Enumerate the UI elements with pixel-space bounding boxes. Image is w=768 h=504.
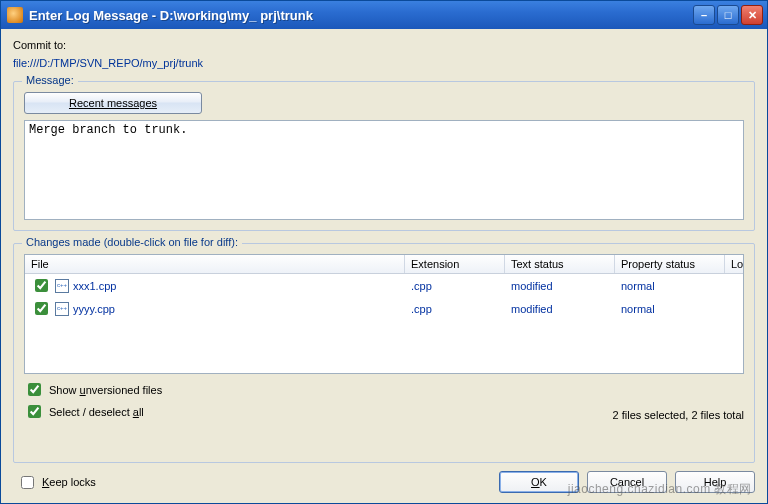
file-row-checkbox[interactable] [35,279,48,292]
cancel-button[interactable]: Cancel [587,471,667,493]
changes-group: Changes made (double-click on file for d… [13,243,755,463]
changes-legend: Changes made (double-click on file for d… [22,236,242,248]
select-all-checkbox[interactable] [28,405,41,418]
changes-checks: Show unversioned files Select / deselect… [24,380,162,421]
col-file[interactable]: File [25,255,405,273]
file-name: yyyy.cpp [73,303,115,315]
file-text-status: modified [505,297,615,320]
selection-summary: 2 files selected, 2 files total [613,409,744,421]
col-extension[interactable]: Extension [405,255,505,273]
cpp-file-icon [55,302,69,316]
changes-footer: Show unversioned files Select / deselect… [24,380,744,421]
col-text-status[interactable]: Text status [505,255,615,273]
ok-button[interactable]: OK [499,471,579,493]
file-lock [725,297,743,320]
file-ext: .cpp [405,274,505,297]
file-list-body: xxx1.cpp.cppmodifiednormalyyyy.cpp.cppmo… [25,274,743,373]
commit-to-label: Commit to: [13,39,755,51]
file-text-status: modified [505,274,615,297]
show-unversioned-label[interactable]: Show unversioned files [49,384,162,396]
table-row[interactable]: xxx1.cpp.cppmodifiednormal [25,274,743,297]
file-lock [725,274,743,297]
file-name: xxx1.cpp [73,280,116,292]
file-list[interactable]: File Extension Text status Property stat… [24,254,744,374]
recent-messages-button[interactable]: Recent messages [24,92,202,114]
recent-suf: cent messages [83,97,157,109]
minimize-button[interactable]: – [693,5,715,25]
message-group: Message: Recent messages [13,81,755,231]
keep-locks-label[interactable]: Keep locks [42,476,96,488]
col-property-status[interactable]: Property status [615,255,725,273]
commit-url: file:///D:/TMP/SVN_REPO/my_prj/trunk [13,57,755,69]
file-ext: .cpp [405,297,505,320]
file-prop-status: normal [615,297,725,320]
app-icon [7,7,23,23]
title-bar[interactable]: Enter Log Message - D:\working\my_ prj\t… [1,1,767,29]
help-button[interactable]: Help [675,471,755,493]
file-row-checkbox[interactable] [35,302,48,315]
select-all-label[interactable]: Select / deselect all [49,406,144,418]
recent-r: R [69,97,77,109]
dialog-window: Enter Log Message - D:\working\my_ prj\t… [0,0,768,504]
maximize-button[interactable]: □ [717,5,739,25]
window-buttons: – □ ✕ [693,5,763,25]
message-legend: Message: [22,74,78,86]
show-unversioned-checkbox[interactable] [28,383,41,396]
window-title: Enter Log Message - D:\working\my_ prj\t… [29,8,687,23]
file-list-header[interactable]: File Extension Text status Property stat… [25,255,743,274]
commit-message-input[interactable] [24,120,744,220]
file-prop-status: normal [615,274,725,297]
dialog-buttons: OK Cancel Help [499,471,755,493]
bottom-row: Keep locks OK Cancel Help [13,469,755,493]
table-row[interactable]: yyyy.cpp.cppmodifiednormal [25,297,743,320]
keep-locks-checkbox[interactable] [21,476,34,489]
dialog-content: Commit to: file:///D:/TMP/SVN_REPO/my_pr… [1,29,767,503]
col-lock[interactable]: Lock [725,255,744,273]
cpp-file-icon [55,279,69,293]
close-button[interactable]: ✕ [741,5,763,25]
